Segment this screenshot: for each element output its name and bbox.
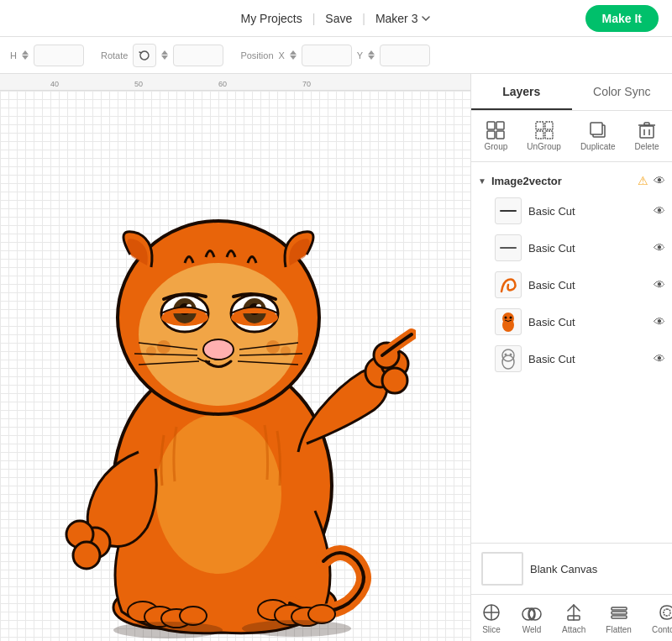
toolbar-group-rotate: Rotate xyxy=(101,44,223,67)
slice-button[interactable]: Slice xyxy=(471,599,512,638)
svg-rect-78 xyxy=(612,612,627,614)
group-button[interactable]: Group xyxy=(478,118,515,155)
panel-tabs: Layers Color Sync xyxy=(471,74,672,111)
machine-label: Maker 3 xyxy=(375,12,418,25)
group-label: Group xyxy=(485,142,508,151)
topbar: My Projects | Save | Maker 3 Make It xyxy=(0,0,672,37)
duplicate-icon xyxy=(589,121,607,139)
save-link[interactable]: Save xyxy=(325,12,352,25)
layer-name: Basic Cut xyxy=(528,316,647,328)
delete-icon xyxy=(638,121,656,139)
arrow-down-icon[interactable] xyxy=(368,55,375,60)
ungroup-button[interactable]: UnGroup xyxy=(520,118,568,155)
attach-label: Attach xyxy=(562,625,585,634)
delete-button[interactable]: Delete xyxy=(628,118,666,155)
toolbar-group-size: H xyxy=(10,45,84,66)
layers-list: ▼ Image2vector ⚠ 👁 Basic Cut 👁 Basic Cut xyxy=(471,162,672,543)
contour-button[interactable]: Contour xyxy=(642,599,672,638)
svg-point-66 xyxy=(502,355,514,369)
svg-point-63 xyxy=(502,313,514,324)
weld-label: Weld xyxy=(522,625,542,634)
svg-rect-54 xyxy=(545,131,553,139)
line-thumb xyxy=(500,210,517,212)
svg-point-10 xyxy=(382,368,407,393)
svg-point-45 xyxy=(113,622,223,638)
layer-visibility-icon[interactable]: 👁 xyxy=(654,352,665,365)
h-label: H xyxy=(10,50,17,60)
canvas-grid[interactable] xyxy=(0,91,470,641)
make-it-button[interactable]: Make It xyxy=(585,5,659,32)
ruler-mark-50: 50 xyxy=(134,74,143,90)
layer-visibility-icon[interactable]: 👁 xyxy=(654,241,665,255)
chevron-down-icon xyxy=(421,13,431,24)
arrow-down-icon[interactable] xyxy=(161,55,168,60)
layer-thumbnail xyxy=(495,345,522,372)
arrow-up-icon[interactable] xyxy=(368,50,375,55)
layer-item[interactable]: Basic Cut 👁 xyxy=(471,192,672,229)
layer-name: Basic Cut xyxy=(528,205,647,218)
arrow-down-icon[interactable] xyxy=(290,55,297,60)
layer-item[interactable]: Basic Cut 👁 xyxy=(471,266,672,303)
svg-rect-49 xyxy=(487,131,495,139)
ruler-top: 40 50 60 70 xyxy=(0,74,470,91)
canvas-area[interactable]: 40 50 60 70 xyxy=(0,74,470,641)
x-stepper[interactable] xyxy=(290,50,297,60)
flatten-button[interactable]: Flatten xyxy=(596,599,642,638)
svg-rect-53 xyxy=(536,131,543,139)
group-icon xyxy=(486,121,505,139)
group-name: Image2vector xyxy=(491,175,633,187)
h-stepper[interactable] xyxy=(22,50,29,60)
rotate-input[interactable] xyxy=(173,45,223,66)
layer-thumbnail xyxy=(495,197,522,224)
arrow-up-icon[interactable] xyxy=(290,50,297,55)
svg-rect-52 xyxy=(545,122,553,129)
arrow-up-icon[interactable] xyxy=(22,50,29,55)
svg-point-64 xyxy=(505,317,507,319)
machine-selector[interactable]: Maker 3 xyxy=(375,12,432,25)
blank-canvas-preview xyxy=(481,552,523,586)
x-input[interactable] xyxy=(302,45,352,66)
rotate-stepper[interactable] xyxy=(161,50,168,60)
my-projects-link[interactable]: My Projects xyxy=(241,12,302,25)
layer-visibility-icon[interactable]: 👁 xyxy=(654,278,665,292)
h-input[interactable] xyxy=(34,45,84,66)
delete-label: Delete xyxy=(635,142,659,151)
layer-item[interactable]: Basic Cut 👁 xyxy=(471,229,672,266)
tab-color-sync[interactable]: Color Sync xyxy=(572,74,673,110)
duplicate-label: Duplicate xyxy=(580,142,616,151)
svg-point-46 xyxy=(242,620,351,637)
y-label: Y xyxy=(357,50,363,60)
layer-visibility-icon[interactable]: 👁 xyxy=(654,315,665,328)
warning-icon: ⚠ xyxy=(638,174,648,187)
duplicate-button[interactable]: Duplicate xyxy=(574,118,622,155)
ruler-mark-70: 70 xyxy=(302,74,311,90)
layer-item[interactable]: Basic Cut 👁 xyxy=(471,340,672,377)
arrow-up-icon[interactable] xyxy=(161,50,168,55)
weld-button[interactable]: Weld xyxy=(512,599,552,638)
group-chevron-icon: ▼ xyxy=(478,176,486,186)
flatten-icon xyxy=(609,602,629,623)
contour-label: Contour xyxy=(652,625,672,634)
blank-canvas-label: Blank Canvas xyxy=(530,563,597,575)
svg-point-27 xyxy=(157,340,171,354)
arrow-down-icon[interactable] xyxy=(22,55,29,60)
svg-rect-47 xyxy=(487,122,495,129)
svg-rect-79 xyxy=(612,616,627,618)
rotate-icon xyxy=(139,50,150,61)
rotate-icon-btn[interactable] xyxy=(133,44,156,67)
layer-thumbnail xyxy=(495,308,522,335)
group-visibility-icon[interactable]: 👁 xyxy=(654,174,665,187)
y-stepper[interactable] xyxy=(368,50,375,60)
y-input[interactable] xyxy=(380,45,430,66)
contour-icon xyxy=(657,602,672,623)
group-header[interactable]: ▼ Image2vector ⚠ 👁 xyxy=(471,169,672,192)
attach-button[interactable]: Attach xyxy=(552,599,596,638)
attach-icon xyxy=(564,602,584,623)
topbar-divider: | xyxy=(312,12,316,25)
weld-icon xyxy=(522,602,542,623)
layer-item[interactable]: Basic Cut 👁 xyxy=(471,303,672,340)
layer-visibility-icon[interactable]: 👁 xyxy=(654,204,665,218)
toolbar: H Rotate Position X Y xyxy=(0,37,672,74)
tab-layers[interactable]: Layers xyxy=(471,74,572,110)
svg-point-68 xyxy=(505,354,507,356)
